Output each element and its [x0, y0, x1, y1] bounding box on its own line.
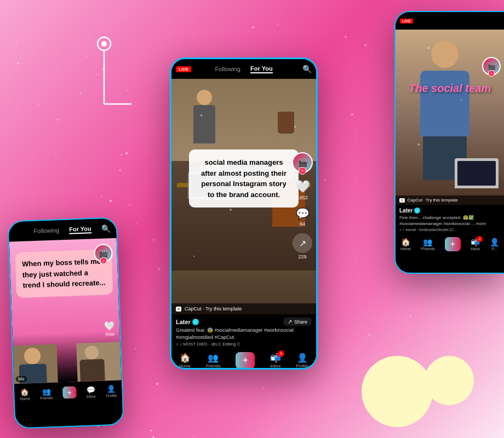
center-username-area: Later ✓	[176, 319, 199, 325]
circle-decoration-2	[425, 356, 474, 405]
right-username[interactable]: Later	[399, 208, 413, 214]
right-nav-plus[interactable]: +	[445, 237, 461, 251]
left-like-text: Slide	[105, 332, 115, 337]
left-phone-foryou-tab[interactable]: For You	[69, 225, 91, 234]
r-friends-icon: 👥	[423, 238, 432, 246]
center-nav-plus[interactable]: +	[236, 352, 255, 369]
right-capcut-bar[interactable]: ≡ CapCut · Try this template	[396, 195, 504, 205]
center-phone: LIVE Following · For You 🔍	[170, 57, 318, 370]
right-music-note: ♪	[399, 228, 402, 232]
center-nav-profile[interactable]: 👤 Profile	[296, 353, 308, 368]
left-phone-overlay-text: When my boss tells me they just watched …	[22, 257, 106, 290]
share-arrow-icon: ↗	[288, 319, 292, 325]
plus-button[interactable]: +	[62, 386, 76, 399]
center-caption-row: Later ✓ ↗ Share	[176, 318, 312, 326]
live-badge[interactable]: LIVE	[176, 66, 191, 72]
inbox-label: Inbox	[270, 364, 281, 368]
left-nav-inbox[interactable]: 💬 Inbox	[86, 385, 96, 399]
left-phone-search-icon[interactable]: 🔍	[101, 224, 111, 233]
center-nav-inbox[interactable]: 📬 4 Inbox	[270, 353, 281, 368]
center-side-actions: 🎬 + 🤍 1652 💬 64 ↗ 229	[292, 152, 313, 260]
left-nav-plus[interactable]: +	[62, 386, 76, 399]
center-avatar-plus: +	[299, 167, 306, 175]
friends-icon: 👥	[42, 387, 51, 396]
profile-label: Profile	[296, 364, 308, 368]
right-sound: ♪ ♪ sound - lordtcasterstrudel (C...	[399, 228, 500, 232]
right-live-badge[interactable]: LIVE	[400, 19, 413, 24]
center-username[interactable]: Later	[176, 319, 191, 325]
profile-icon: 👤	[107, 384, 116, 393]
center-caption-text: Greatest fear. 😰 #socialmediamanager #wo…	[176, 327, 312, 341]
center-text-overlay: social media managers after almost posti…	[189, 149, 299, 208]
r-home-icon: 🏠	[401, 238, 410, 246]
home-label: Home	[20, 396, 30, 401]
social-team-text: The social team	[398, 82, 501, 95]
capcut-logo: ≡	[176, 307, 181, 312]
right-p-head	[431, 41, 459, 68]
right-nav-home[interactable]: 🏠 Home	[400, 238, 411, 251]
right-nav-inbox[interactable]: 📬 4 Inbox	[471, 238, 480, 251]
left-phone-bottom-nav: 🏠 Home 👥 Friends + 💬 Inbox 👤 Profile	[14, 381, 122, 404]
music-note-icon: ♪	[176, 342, 178, 347]
inbox-icon: 📬 4	[270, 353, 281, 363]
r-inbox-label: Inbox	[471, 247, 480, 251]
center-caption: Later ✓ ↗ Share Greatest fear. 😰 #social…	[171, 314, 316, 348]
left-phone-video: When my boss tells me they just watched …	[9, 238, 122, 384]
left-nav-home[interactable]: 🏠 Home	[19, 388, 30, 401]
right-avatar[interactable]: 🎬 +	[482, 57, 501, 76]
right-p-body	[420, 71, 469, 136]
center-phone-header: LIVE Following · For You 🔍	[171, 59, 316, 79]
r-plus-btn[interactable]: +	[445, 237, 461, 251]
center-capcut-bar[interactable]: ≡ CapCut · Try this template	[171, 303, 316, 314]
right-nav-friends[interactable]: 👥 *Friends	[421, 238, 435, 251]
profile-label: Profile	[106, 393, 117, 397]
left-like-area: 🤍 Slide	[104, 320, 116, 337]
person2-body	[79, 359, 105, 382]
center-share-action[interactable]: ↗ 229	[293, 233, 312, 260]
capcut-text: CapCut · Try this template	[185, 306, 242, 312]
inbox-label: Inbox	[87, 394, 96, 399]
center-video-area: social media managers after almost posti…	[171, 79, 316, 314]
r-profile-icon: 👤	[490, 238, 499, 246]
center-like-action[interactable]: 🤍 1652	[295, 180, 310, 200]
right-capcut-logo: ≡	[399, 198, 405, 203]
center-nav-tabs: Following · For You	[215, 65, 272, 73]
inbox-icon: 💬	[87, 385, 96, 394]
left-phone-following-tab[interactable]: Following	[33, 227, 59, 234]
right-phone: LIVE The social team ≡ CapCut · Try this	[394, 11, 504, 274]
right-nav-profile[interactable]: 👤 P...	[490, 238, 499, 251]
comment-count: 64	[300, 221, 305, 227]
r-home-label: Home	[400, 247, 411, 251]
right-thumbnails	[76, 342, 121, 382]
center-share-btn[interactable]: ↗ Share	[283, 318, 312, 326]
home-label: Home	[179, 364, 191, 368]
left-like-icon[interactable]: 🤍	[104, 320, 116, 331]
plus-button[interactable]: +	[236, 352, 255, 369]
center-bottom-nav: 🏠 Home 👥 Friends + 📬 4 Inbox 👤 Profile	[171, 348, 316, 370]
coffee-cup	[278, 112, 294, 134]
left-avatar[interactable]: 🎬 +	[94, 244, 113, 263]
center-following-tab[interactable]: Following	[215, 66, 240, 72]
r-profile-label: P...	[492, 247, 497, 251]
me-label: Me	[15, 376, 27, 383]
right-phone-header: LIVE	[396, 12, 504, 30]
center-nav-home[interactable]: 🏠 Home	[179, 353, 191, 368]
profile-icon: 👤	[297, 353, 308, 363]
left-video-person-thumbnail: Me	[13, 344, 58, 384]
like-count: 1652	[297, 195, 308, 200]
center-separator: ·	[245, 67, 246, 72]
share-count: 229	[298, 254, 306, 260]
center-foryou-tab[interactable]: For You	[250, 65, 273, 73]
person-head	[24, 348, 41, 365]
center-avatar[interactable]: 🎬 +	[292, 152, 313, 173]
r-inbox-icon: 📬 4	[471, 238, 480, 246]
right-video-area: The social team ≡ CapCut · Try this temp…	[396, 30, 504, 205]
center-search-icon[interactable]: 🔍	[302, 65, 312, 73]
left-nav-profile[interactable]: 👤 Profile	[106, 384, 117, 397]
left-nav-friends[interactable]: 👥 Friends	[40, 387, 53, 400]
right-caption-text: Fine then... challenge accepted. 😤✅ #soc…	[399, 215, 500, 227]
center-sound-bar: ♪ ♪ MOST DIED - @LC Editing C	[176, 342, 312, 347]
center-comment-action[interactable]: 💬 64	[296, 207, 310, 227]
center-nav-friends[interactable]: 👥 Friends	[206, 353, 221, 368]
r-friends-label: *Friends	[421, 247, 435, 251]
